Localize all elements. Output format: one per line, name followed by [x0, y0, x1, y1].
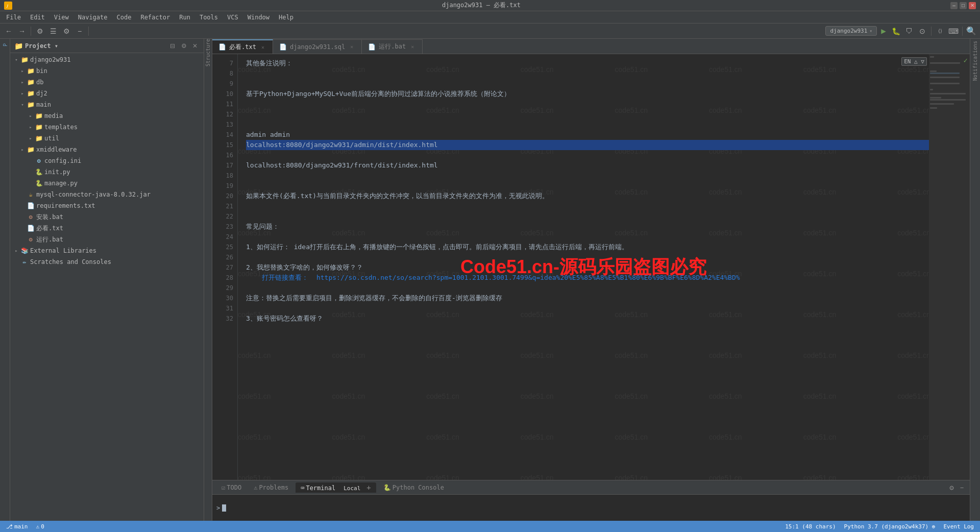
code-line-20: 如果本文件(必看.txt)与当前目录文件夹内的文件冲突，以当前目录文件夹的文件为… [246, 191, 929, 201]
status-problems[interactable]: ⚠ 0 [34, 523, 46, 530]
minimap: ✓ [929, 54, 970, 480]
tree-item-bikan.txt[interactable]: 📄 必看.txt [10, 223, 204, 234]
menu-item-file[interactable]: File [2, 13, 25, 22]
right-sidebar-notifications[interactable]: Notifications [972, 41, 978, 85]
tree-item-mysql-connector[interactable]: ☕ mysql-connector-java-8.0.32.jar [10, 189, 204, 200]
status-python[interactable]: Python 3.7 (django2w4k37) ⊕ [842, 523, 938, 530]
project-panel: 📁 Project ▾ ⊟ ⚙ ✕ ▾ 📁 django2w931 ▸ 📁 bi… [10, 39, 204, 521]
editor-tab-django2w931sql[interactable]: 📄 django2w931.sql ✕ [273, 39, 362, 54]
tree-ext-label: External Libraries [30, 247, 96, 254]
tree-item-main[interactable]: ▾ 📁 main [10, 99, 204, 110]
bat-icon-yunxing.bat: ⚙ [27, 235, 35, 244]
python-icon-manage.py: 🐍 [35, 179, 43, 187]
toolbar-settings-button[interactable]: ⚙ [34, 26, 45, 37]
bottom-tab-terminal[interactable]: ⌨TerminalLocal+ [296, 482, 376, 493]
maximize-button[interactable]: □ [960, 2, 967, 9]
menu-item-tools[interactable]: Tools [195, 13, 222, 22]
menu-item-edit[interactable]: Edit [26, 13, 49, 22]
tree-item-templates[interactable]: ▸ 📁 templates [10, 122, 204, 133]
tree-scratches[interactable]: ✏ Scratches and Consoles [10, 256, 204, 268]
editor-tab-yunxing[interactable]: 📄 运行.bat ✕ [362, 39, 423, 54]
menu-item-run[interactable]: Run [175, 13, 194, 22]
tree-item-media[interactable]: ▸ 📁 media [10, 110, 204, 122]
terminal-local-tab[interactable]: Local [339, 485, 364, 492]
search-everywhere-button[interactable]: 🔍 [966, 26, 977, 37]
close-button[interactable]: ✕ [969, 2, 976, 9]
status-line-col[interactable]: 15:1 (48 chars) [783, 523, 838, 530]
run-button[interactable]: ▶ [879, 26, 888, 36]
tree-item-xmiddleware[interactable]: ▸ 📁 xmiddleware [10, 144, 204, 155]
code-line-19 [246, 181, 929, 191]
toolbar-terminal-button[interactable]: ⌨ [948, 26, 959, 37]
menu-item-code[interactable]: Code [113, 13, 136, 22]
status-event-log[interactable]: Event Log [941, 523, 976, 530]
terminal-input: > [216, 497, 966, 519]
bottom-tabs: ☑TODO⚠Problems⌨TerminalLocal+🐍Python Con… [212, 480, 970, 495]
toolbar-debug-button[interactable]: 🐛 [890, 26, 901, 37]
tree-item-manage.py[interactable]: 🐍 manage.py [10, 178, 204, 189]
folder-icon-main: 📁 [27, 101, 35, 109]
line-number-22: 22 [212, 211, 233, 222]
bottom-panel-minimize[interactable]: − [958, 484, 966, 491]
terminal-icon: ⌨ [301, 485, 304, 492]
code-editor: 7891011121314151617181920212223242526272… [212, 54, 929, 480]
tab-close-bikan[interactable]: ✕ [259, 43, 266, 51]
sidebar-project-icon[interactable]: P [1, 41, 9, 49]
tree-item-requirements.txt[interactable]: 📄 requirements.txt [10, 200, 204, 211]
toolbar-list-button[interactable]: ☰ [47, 26, 59, 37]
watermark-text: code51.cn [521, 432, 554, 442]
menu-item-help[interactable]: Help [275, 13, 298, 22]
toolbar-gear2-button[interactable]: ⚙ [61, 26, 72, 37]
tree-external-libraries[interactable]: ▸ 📚 External Libraries [10, 245, 204, 256]
menu-item-window[interactable]: Window [243, 13, 274, 22]
tree-item-bin[interactable]: ▸ 📁 bin [10, 65, 204, 77]
bottom-tab-todo[interactable]: ☑TODO [216, 483, 247, 492]
tree-label-config.ini: config.ini [44, 157, 81, 164]
bottom-tab-problems[interactable]: ⚠Problems [249, 483, 293, 492]
menu-item-vcs[interactable]: VCS [223, 13, 242, 22]
toolbar-vcs-button[interactable]: ⟨⟩ [935, 26, 946, 37]
menu-item-view[interactable]: View [50, 13, 73, 22]
folder-icon-util: 📁 [35, 134, 43, 142]
tab-close-yunxing[interactable]: ✕ [409, 43, 416, 51]
panel-settings-btn[interactable]: ⚙ [179, 41, 188, 51]
tree-item-anzhuang.bat[interactable]: ⚙ 安装.bat [10, 211, 204, 223]
panel-hide-btn[interactable]: ✕ [190, 41, 200, 51]
text-span: 1、如何运行： idea打开后在右上角，有播放键的一个绿色按钮，点击即可。前后端… [246, 243, 628, 251]
code-content[interactable]: code51.cncode51.cncode51.cncode51.cncode… [238, 54, 929, 480]
toolbar-back-button[interactable]: ← [3, 26, 14, 37]
tree-label-xmiddleware: xmiddleware [36, 146, 77, 153]
code-area: 7891011121314151617181920212223242526272… [212, 54, 970, 480]
tab-close-django2w931sql[interactable]: ✕ [348, 43, 355, 51]
line-number-21: 21 [212, 201, 233, 211]
tree-label-manage.py: manage.py [44, 180, 78, 187]
toolbar-minus-button[interactable]: − [74, 26, 85, 37]
tree-item-init.py[interactable]: 🐍 init.py [10, 166, 204, 178]
status-vcs[interactable]: ⎇ main [4, 523, 30, 530]
tree-item-dj2[interactable]: ▸ 📁 dj2 [10, 88, 204, 99]
bottom-panel-settings[interactable]: ⚙ [947, 483, 955, 492]
toolbar-coverage-button[interactable]: ⛉ [903, 26, 915, 37]
editor-tab-bikan[interactable]: 📄 必看.txt ✕ [212, 39, 273, 54]
watermark-row-10: code51.cncode51.cncode51.cncode51.cncode… [238, 473, 929, 480]
tree-root-label: django2w931 [30, 56, 70, 63]
tree-item-db[interactable]: ▸ 📁 db [10, 77, 204, 88]
minimize-button[interactable]: – [950, 2, 958, 9]
toolbar-forward-button[interactable]: → [16, 26, 28, 37]
menu-item-refactor[interactable]: Refactor [136, 13, 174, 22]
tree-item-util[interactable]: ▸ 📁 util [10, 133, 204, 144]
watermark-text: code51.cn [332, 391, 365, 401]
minimap-line-20 [930, 83, 960, 84]
tree-root[interactable]: ▾ 📁 django2w931 [10, 54, 204, 65]
toolbar-profile-button[interactable]: ⊙ [917, 26, 928, 37]
tree-item-config.ini[interactable]: ⚙ config.ini [10, 155, 204, 166]
code-line-17: localhost:8080/django2w931/front/dist/in… [246, 160, 929, 171]
structure-panel[interactable]: Structure [204, 39, 212, 521]
toolbar: ← → ⚙ ☰ ⚙ − django2w931 ▾ ▶ 🐛 ⛉ ⊙ ⟨⟩ ⌨ 🔍 [0, 23, 980, 39]
tree-item-yunxing.bat[interactable]: ⚙ 运行.bat [10, 234, 204, 245]
bottom-tab-python-console[interactable]: 🐍Python Console [378, 483, 449, 492]
menu-item-navigate[interactable]: Navigate [74, 13, 112, 22]
panel-collapse-btn[interactable]: ⊟ [168, 41, 177, 51]
tree-arrow-scr [12, 258, 20, 266]
terminal-add-button[interactable]: + [366, 483, 371, 492]
